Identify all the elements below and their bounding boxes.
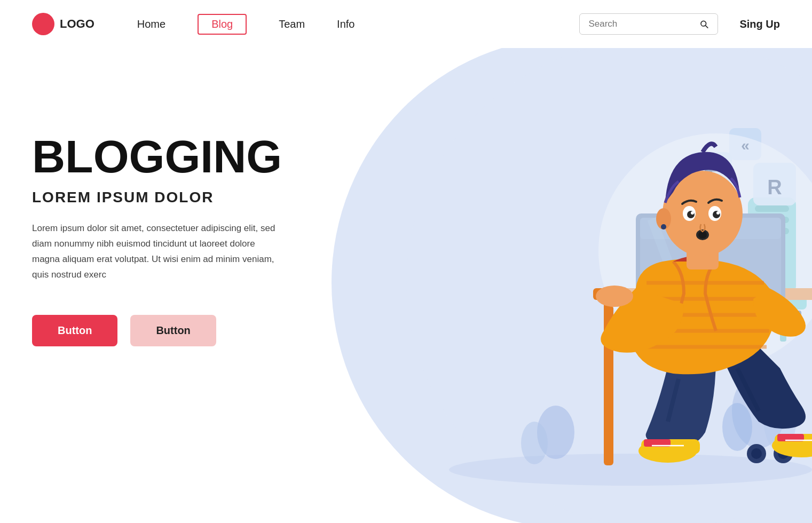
- svg-point-6: [722, 403, 752, 451]
- signup-button[interactable]: Sing Up: [739, 18, 780, 30]
- hero-description: Lorem ipsum dolor sit amet, consectetuer…: [32, 221, 283, 283]
- nav-team[interactable]: Team: [279, 18, 305, 30]
- nav-info[interactable]: Info: [337, 18, 354, 30]
- logo-icon: [32, 13, 54, 35]
- search-area: [579, 13, 718, 35]
- hero-text: BLOGGING LOREM IPSUM DOLOR Lorem ipsum d…: [32, 133, 283, 346]
- svg-point-57: [691, 211, 694, 215]
- cta-buttons: Button Button: [32, 315, 283, 346]
- hero-subtitle: LOREM IPSUM DOLOR: [32, 189, 283, 206]
- logo-text: LOGO: [60, 17, 94, 31]
- svg-point-3: [521, 422, 548, 464]
- svg-point-17: [751, 448, 762, 459]
- hero-illustration: T R «: [332, 48, 812, 523]
- svg-point-48: [596, 286, 633, 307]
- nav-home[interactable]: Home: [137, 18, 165, 30]
- nav-blog[interactable]: Blog: [198, 14, 247, 35]
- svg-point-52: [661, 224, 666, 229]
- search-icon: [699, 18, 709, 30]
- primary-button[interactable]: Button: [32, 315, 117, 346]
- search-input[interactable]: [588, 19, 693, 29]
- logo-area[interactable]: LOGO: [32, 13, 94, 35]
- secondary-button[interactable]: Button: [130, 315, 216, 346]
- nav-links: Home Blog Team Info: [137, 14, 580, 35]
- main-content: BLOGGING LOREM IPSUM DOLOR Lorem ipsum d…: [0, 48, 812, 523]
- navbar: LOGO Home Blog Team Info Sing Up: [0, 0, 812, 48]
- svg-point-58: [716, 211, 720, 215]
- hero-title: BLOGGING: [32, 133, 283, 179]
